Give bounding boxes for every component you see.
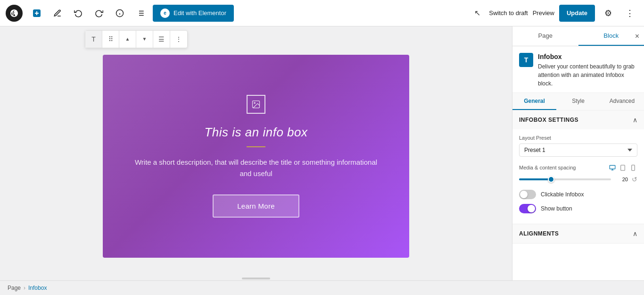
subtab-style[interactable]: Style [556, 93, 600, 110]
info-button[interactable] [111, 5, 128, 22]
undo-button[interactable] [70, 5, 87, 22]
tools-button[interactable] [49, 5, 66, 22]
infobox-settings-title: Infobox Settings [519, 117, 578, 123]
infobox-image-placeholder [247, 95, 265, 114]
block-more-button[interactable]: ⋮ [170, 31, 187, 48]
media-spacing-field: Media & content spacing [519, 163, 637, 183]
spacing-slider[interactable] [519, 178, 611, 180]
infobox-settings-section: Infobox Settings ∧ Layout Preset Preset … [512, 110, 644, 224]
device-icons [608, 163, 637, 172]
block-toolbar: T ⠿ ▲ ▼ ☰ ⋮ [85, 30, 188, 48]
clickable-infobox-toggle[interactable] [519, 190, 536, 199]
svg-point-13 [254, 102, 256, 104]
update-button[interactable]: Update [559, 5, 595, 22]
block-align-button[interactable]: ☰ [153, 31, 170, 48]
edit-with-elementor-button[interactable]: e Edit with Elementor [153, 5, 234, 22]
clickable-infobox-label: Clickable Infobox [541, 191, 584, 198]
topbar-right: ↖ Switch to draft Preview Update ⚙ ⋮ [474, 5, 638, 22]
main-layout: T ⠿ ▲ ▼ ☰ ⋮ [0, 26, 644, 280]
slider-fill [519, 178, 551, 180]
panel-close-button[interactable]: × [635, 32, 639, 41]
show-button-row: Show button [519, 204, 637, 213]
mobile-icon[interactable] [629, 163, 637, 172]
toggle-knob [520, 191, 528, 198]
infobox-settings-header[interactable]: Infobox Settings ∧ [512, 110, 644, 129]
layout-preset-field: Layout Preset Preset 1 Preset 2 Preset 3 [519, 135, 637, 157]
show-button-label: Show button [541, 205, 572, 212]
add-block-button[interactable] [28, 5, 45, 22]
media-spacing-label: Media & content spacing [519, 165, 576, 170]
type-icon: T [91, 35, 96, 43]
tab-page[interactable]: Page [512, 26, 578, 46]
cursor-icon: ↖ [474, 8, 480, 17]
clickable-infobox-row: Clickable Infobox [519, 190, 637, 199]
slider-row: 20 ↺ [519, 176, 637, 183]
drag-icon: ⠿ [108, 35, 113, 43]
svg-rect-19 [632, 165, 635, 170]
svg-rect-17 [621, 165, 625, 170]
more-icon: ⋮ [175, 35, 182, 43]
toggle-knob-2 [528, 205, 535, 212]
breadcrumb-separator: › [24, 285, 25, 291]
layout-preset-label: Layout Preset [519, 135, 637, 141]
spacing-row: Media & content spacing [519, 163, 637, 172]
settings-button[interactable]: ⚙ [600, 5, 617, 22]
collapse-icon: ∧ [633, 116, 637, 124]
svg-rect-14 [610, 165, 615, 169]
breadcrumb: Page › Infobox [0, 280, 644, 295]
infobox-title: This is an info box [204, 125, 307, 140]
elementor-icon: e [160, 8, 170, 18]
right-panel: Page Block × T Infobox Deliver your cont… [512, 26, 644, 280]
block-info-text: Infobox Deliver your content beautifully… [538, 53, 637, 88]
block-info-description: Deliver your content beautifully to grab… [538, 62, 637, 88]
tablet-icon[interactable] [619, 163, 627, 172]
block-info: T Infobox Deliver your content beautiful… [512, 46, 644, 93]
block-info-icon: T [519, 53, 533, 67]
panel-body: T Infobox Deliver your content beautiful… [512, 46, 644, 280]
canvas-area[interactable]: This is an info box Write a short descri… [0, 26, 512, 280]
down-icon: ▼ [142, 37, 147, 42]
block-info-title: Infobox [538, 53, 637, 60]
editor-area: T ⠿ ▲ ▼ ☰ ⋮ [0, 26, 512, 280]
list-view-button[interactable] [132, 5, 149, 22]
wp-logo [6, 5, 23, 22]
infobox-divider [247, 146, 265, 147]
block-drag-handle[interactable]: ⠿ [102, 31, 119, 48]
infobox-block[interactable]: This is an info box Write a short descri… [103, 55, 409, 258]
alignments-collapse-icon: ∧ [633, 230, 637, 237]
scroll-indicator [242, 278, 270, 279]
spacing-value: 20 [615, 177, 628, 182]
redo-button[interactable] [91, 5, 107, 22]
panel-subtabs: General Style Advanced [512, 93, 644, 110]
block-move-up-button[interactable]: ▲ [119, 31, 136, 48]
reset-spacing-button[interactable]: ↺ [632, 176, 637, 183]
block-type-button[interactable]: T [85, 31, 102, 48]
desktop-icon[interactable] [608, 163, 617, 172]
breadcrumb-page: Page [8, 285, 21, 291]
infobox-description: Write a short description, that will des… [133, 157, 379, 179]
alignments-header[interactable]: Alignments ∧ [512, 224, 644, 243]
infobox-settings-body: Layout Preset Preset 1 Preset 2 Preset 3… [512, 129, 644, 224]
alignments-section: Alignments ∧ [512, 224, 644, 244]
show-button-toggle[interactable] [519, 204, 536, 213]
up-icon: ▲ [125, 37, 130, 42]
learn-more-button[interactable]: Learn More [213, 194, 299, 218]
alignments-title: Alignments [519, 230, 559, 237]
subtab-general[interactable]: General [512, 93, 556, 110]
tab-block[interactable]: Block [578, 26, 644, 46]
align-icon: ☰ [158, 35, 165, 43]
more-options-button[interactable]: ⋮ [621, 5, 638, 22]
topbar: e Edit with Elementor ↖ Switch to draft … [0, 0, 644, 26]
layout-preset-select[interactable]: Preset 1 Preset 2 Preset 3 [519, 143, 637, 157]
switch-to-draft-button[interactable]: Switch to draft [489, 9, 528, 17]
panel-tabs: Page Block × [512, 26, 644, 46]
slider-thumb [548, 176, 554, 183]
preview-button[interactable]: Preview [533, 9, 554, 17]
breadcrumb-current[interactable]: Infobox [28, 285, 47, 291]
subtab-advanced[interactable]: Advanced [600, 93, 644, 110]
block-move-down-button[interactable]: ▼ [136, 31, 153, 48]
